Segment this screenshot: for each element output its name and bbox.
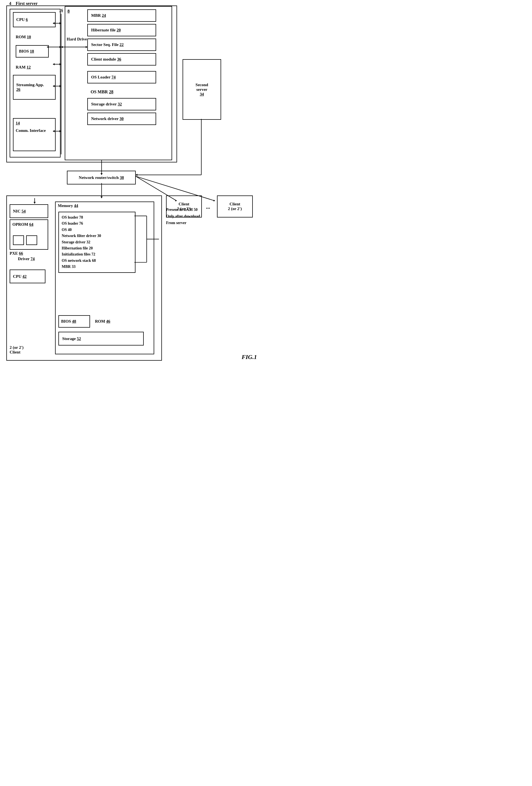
hd-hibernate: Hibernate file 20: [87, 24, 156, 36]
oprom-label: OPROM 64: [13, 222, 33, 227]
mem-item-3: OS 40: [62, 227, 132, 233]
streaming-label: Streaming App.: [16, 83, 44, 87]
streaming-box: Streaming App. 26: [13, 75, 55, 100]
rom46-box: ROM 46: [93, 315, 120, 328]
present-ram-line1: Present in RAM 50: [166, 207, 200, 213]
mem-item-8: OS network stack 68: [62, 258, 132, 264]
client-box-2: Client 2 (or 2'): [217, 195, 253, 217]
oprom-square-1: [13, 235, 24, 245]
second-server-box: Second server 34: [183, 59, 221, 120]
hd-sector-seq: Sector Seq. File 22: [87, 39, 156, 51]
bios-box: BIOS 18: [16, 45, 49, 57]
hd-storage-driver: Storage driver 32: [87, 98, 156, 110]
client-sublabel: 2 (or 2'): [9, 345, 24, 350]
client-num-label: 2 (or 2') Client: [9, 345, 24, 354]
ram-number: 12: [27, 65, 31, 70]
network-router-box: Network router/switch 38: [67, 171, 136, 184]
mem-item-9: MBR 33: [62, 264, 132, 270]
bios48-box: BIOS 48: [59, 315, 90, 328]
nic-box: NIC 54: [9, 204, 48, 218]
cpu-number: 6: [26, 17, 28, 22]
cpu-label: CPU: [16, 17, 25, 22]
first-server-number: 4: [9, 1, 11, 6]
client-box-2-sub: 2 (or 2'): [228, 207, 242, 211]
second-server-label: Second: [195, 83, 208, 87]
client-box-2-label: Client: [229, 202, 240, 207]
cpu-box: CPU 6: [13, 12, 55, 27]
hard-drive-label: Hard Drive: [67, 37, 89, 42]
mem-item-5: Storage driver 32: [62, 239, 132, 245]
memory-label: Memory 44: [58, 204, 78, 208]
client-box-1-label: Client: [179, 202, 189, 207]
ram-box: RAM 12: [13, 61, 55, 73]
first-server-box: 4 First server 16 CPU 6 ROM 10 BIOS 1: [6, 5, 177, 162]
mem-item-2: OS loader 76: [62, 221, 132, 227]
hd-client-module: Client module 36: [87, 53, 156, 66]
bios-number: 18: [30, 49, 34, 54]
bios-label: BIOS: [19, 49, 29, 54]
ram-label: RAM: [16, 65, 26, 70]
rom-number: 10: [27, 35, 31, 39]
memory-box: Memory 44 OS loader 78 OS loader 76 OS 4…: [55, 202, 154, 354]
client-outer-box: NIC 54 OPROM 64 PXE 66 Driver 74 CPU 42: [6, 195, 162, 361]
driver-label: Driver 74: [18, 257, 52, 261]
memory-content: OS loader 78 OS loader 76 OS 40 Network …: [59, 212, 136, 273]
mem-item-6: Hibernation file 20: [62, 245, 132, 251]
comm-number: 14: [16, 121, 20, 125]
oprom-box: OPROM 64: [9, 219, 48, 250]
second-server-number: 34: [200, 92, 204, 97]
second-server-label2: server: [196, 87, 207, 92]
storage52-box: Storage 52: [59, 332, 144, 346]
mem-item-7: Initialization files 72: [62, 251, 132, 257]
present-ram-line3: From server: [166, 220, 200, 226]
first-server-title: First server: [16, 1, 38, 6]
client-label: Client: [9, 350, 24, 354]
rom-box: ROM 10: [13, 30, 55, 44]
rom-label: ROM: [16, 35, 26, 39]
first-server-inner: CPU 6 ROM 10 BIOS 18 RAM 12 Strea: [9, 9, 61, 158]
figure-label: FIG.1: [241, 353, 257, 361]
svg-marker-23: [136, 174, 137, 176]
nic-label: NIC 54: [13, 209, 26, 214]
dots: ...: [206, 204, 210, 210]
network-router-label: Network router/switch 38: [79, 176, 124, 180]
hd-mbr: MBR 24: [87, 9, 156, 22]
hd-os-mbr: OS MBR 28: [87, 86, 156, 98]
present-ram-line2: Only after download: [166, 213, 200, 220]
hard-drive-content: MBR 24 Hibernate file 20 Sector Seq. Fil…: [87, 9, 168, 158]
comm-section: 14 Comm. Interface: [13, 118, 55, 151]
first-server-label: 4 First server: [9, 1, 38, 6]
present-ram-label: Present in RAM 50 Only after download Fr…: [166, 207, 200, 226]
cpu42-box: CPU 42: [9, 270, 45, 283]
hd-os-loader: OS Loader 74: [87, 71, 156, 84]
pxe-label: PXE 66: [9, 251, 52, 256]
mem-item-1: OS loader 78: [62, 214, 132, 221]
oprom-squares: [13, 235, 37, 245]
comm-label: Comm. Interface: [16, 128, 46, 133]
streaming-number: 26: [16, 87, 20, 92]
cpu42-label: CPU 42: [13, 274, 27, 279]
hard-drive-box: 8 Hard Drive MBR 24 Hibernate file 20 Se…: [65, 6, 172, 160]
hard-drive-number: 8: [67, 9, 70, 14]
mem-item-4: Network filter driver 30: [62, 233, 132, 239]
oprom-square-2: [26, 235, 37, 245]
nic-section: NIC 54 OPROM 64 PXE 66 Driver 74 CPU 42: [9, 204, 52, 301]
hd-network-driver: Network driver 30: [87, 113, 156, 125]
